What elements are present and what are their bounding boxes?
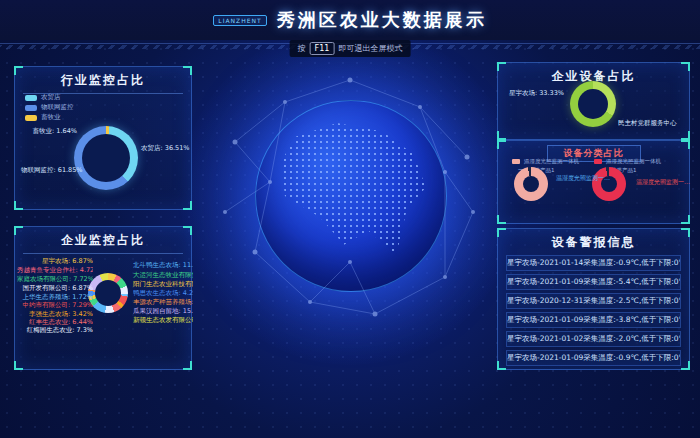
panel-corner — [497, 62, 506, 71]
slice-label: 大运河生态牧业有限责任公 — [133, 271, 193, 280]
panel-device-classification: 设备分类占比 温湿度光照监测一体机 一体机类产品1 温湿度光照监测一体机 一体机… — [497, 140, 690, 224]
slice-label: 新顿生态农发有限公司: 6.87% — [133, 316, 193, 325]
fullscreen-hint: 按 F11 即可退出全屏模式 — [290, 40, 411, 57]
globe-continents-dots — [264, 109, 438, 283]
panel-corner — [14, 226, 23, 235]
panel-device-alarms: 设备警报信息 星宇农场-2021-01-14采集温度:-0.9℃,低于下限:0℃… — [497, 228, 690, 370]
panel-title: 行业监控占比 — [15, 72, 191, 89]
panel-corner — [497, 215, 506, 224]
panel-corner — [681, 215, 690, 224]
page-title: 秀洲区农业大数据展示 — [277, 8, 487, 32]
slice-label: 温湿度光照监测一… — [556, 174, 610, 183]
f11-keycap: F11 — [310, 42, 335, 55]
equipment-donut-chart[interactable] — [570, 81, 616, 127]
slice-label: 畜牧业: 1.64% — [17, 127, 77, 136]
panel-corner — [183, 226, 192, 235]
legend-swatch — [25, 95, 37, 101]
panel-corner — [14, 66, 23, 75]
legend-swatch — [25, 105, 37, 111]
slice-label: 瓜果汉园自留地: 15.02% — [133, 307, 193, 316]
title-underline — [23, 253, 183, 254]
enterprise-donut-chart[interactable] — [88, 273, 128, 313]
alarm-row: 星宇农场-2021-01-09采集温度:-5.4℃,低于下限:0℃ — [506, 274, 681, 290]
legend-swatch — [594, 159, 602, 164]
donut-hole — [578, 89, 608, 119]
panel-corner — [497, 140, 506, 149]
alarm-row: 星宇农场-2021-01-02采集温度:-2.0℃,低于下限:0℃ — [506, 331, 681, 347]
legend-item[interactable]: 畜牧业 — [25, 113, 61, 122]
device-class-donut-left[interactable] — [514, 167, 548, 201]
donut-hole — [95, 280, 121, 306]
slice-label: 温湿度光照监测一… — [636, 178, 690, 187]
panel-corner — [14, 361, 23, 370]
alarm-row: 星宇农场-2021-01-14采集温度:-0.9℃,低于下限:0℃ — [506, 255, 681, 271]
legend-item[interactable]: 温湿度光照监测一体机 — [512, 158, 579, 165]
panel-corner — [681, 228, 690, 237]
panel-corner — [681, 361, 690, 370]
panel-enterprise-equipment: 企业设备占比 星宇农场: 33.33% 民主村党群服务中心 — [497, 62, 690, 140]
panel-corner — [183, 201, 192, 210]
panel-corner — [681, 131, 690, 140]
donut-hole — [82, 134, 130, 182]
panel-title: 设备警报信息 — [498, 234, 689, 251]
panel-corner — [497, 131, 506, 140]
legend-swatch — [512, 159, 520, 164]
brand-logo: LIANZHENT — [213, 15, 266, 26]
alarm-row: 星宇农场-2021-01-09采集温度:-0.9℃,低于下限:0℃ — [506, 350, 681, 366]
globe — [255, 100, 447, 292]
alarm-row: 星宇农场-2020-12-31采集温度:-2.5℃,低于下限:0℃ — [506, 293, 681, 309]
slice-label: 物联网监控: 61.85% — [21, 166, 83, 175]
legend-swatch — [25, 115, 37, 121]
panel-corner — [681, 140, 690, 149]
slice-label: 星宇农场: 6.87% — [17, 257, 93, 266]
legend-label: 畜牧业 — [41, 113, 61, 122]
panel-corner — [497, 228, 506, 237]
legend-label: 农贸店 — [41, 93, 61, 102]
fullscreen-hint-suffix: 即可退出全屏模式 — [338, 43, 402, 54]
panel-industry-monitor: 行业监控占比 农贸店 物联网监控 畜牧业 畜牧业: 1.64% 农贸店: 36.… — [14, 66, 192, 210]
legend-item[interactable]: 物联网监控 — [25, 103, 74, 112]
slice-label: 星宇农场: 33.33% — [504, 89, 564, 98]
slice-label: 阳门生态农业科技有限公 — [133, 280, 193, 289]
panel-corner — [681, 62, 690, 71]
panel-corner — [183, 66, 192, 75]
legend-label: 温湿度光照监测一体机 — [606, 158, 661, 165]
slice-label: 红梅园生态农业: 7.3% — [17, 326, 93, 335]
panel-enterprise-monitor: 企业监控占比 星宇农场: 6.87% 秀越青鱼专业合作社: 4.72% 家庭农场… — [14, 226, 192, 370]
panel-corner — [14, 201, 23, 210]
panel-corner — [183, 361, 192, 370]
slice-label: 中约市有限公司: 7.29% — [17, 301, 93, 310]
legend-label: 物联网监控 — [41, 103, 74, 112]
industry-donut-chart[interactable] — [74, 126, 138, 190]
device-class-donut-right[interactable] — [592, 167, 626, 201]
slice-label: 家庭农场有限公司: 7.72% — [17, 275, 93, 284]
panel-corner — [497, 361, 506, 370]
slice-label: 民主村党群服务中心 — [618, 119, 686, 128]
slice-label: 秀越青鱼专业合作社: 4.72% — [17, 266, 93, 275]
slice-label: 丰源农产种苗养殖场: 1. — [133, 298, 193, 307]
fullscreen-hint-prefix: 按 — [298, 43, 306, 54]
alarm-row: 星宇农场-2021-01-09采集温度:-3.8℃,低于下限:0℃ — [506, 312, 681, 328]
legend-item[interactable]: 温湿度光照监测一体机 — [594, 158, 661, 165]
header-bar: LIANZHENT 秀洲区农业大数据展示 — [0, 0, 700, 40]
slice-label: 农贸店: 36.51% — [141, 144, 190, 153]
legend-item[interactable]: 农贸店 — [25, 93, 61, 102]
slice-label: 北斗鸭生态农场: 11.36% — [133, 261, 193, 270]
slice-label: 鸭思农生态农场: 4.29% — [133, 289, 193, 298]
panel-title: 企业监控占比 — [15, 232, 191, 249]
donut-hole — [523, 176, 539, 192]
slice-label: 国开发有限公司: 6.87% — [17, 284, 93, 293]
legend-label: 温湿度光照监测一体机 — [524, 158, 579, 165]
